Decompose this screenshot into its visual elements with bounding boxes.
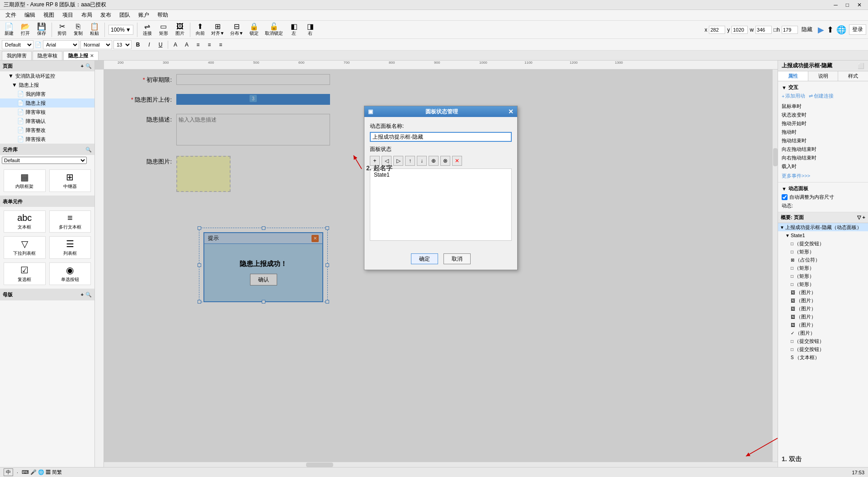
image-btn[interactable]: 🖼图片: [173, 22, 187, 37]
share-btn[interactable]: 🌐: [836, 25, 846, 35]
tree-item-report[interactable]: 📄 隐患上报: [0, 98, 94, 108]
outline-item-submit-btn[interactable]: □ （提交按钮）: [778, 239, 868, 248]
outline-item-img4[interactable]: 🖼 （图片）: [778, 313, 868, 321]
pages-header[interactable]: 页面 + 🔍: [0, 61, 94, 71]
event-drag[interactable]: 拖动时: [782, 128, 864, 136]
tree-item-hazard[interactable]: ▼ 隐患上报: [0, 80, 94, 89]
w-input[interactable]: [755, 26, 772, 34]
new-btn[interactable]: 📄新建: [2, 22, 16, 37]
tree-item-my-fault[interactable]: 📄 我的障害: [0, 89, 94, 98]
outline-item-img6[interactable]: ✓ （图片）: [778, 329, 868, 337]
create-link-link[interactable]: ⇌ 创建连接: [809, 93, 834, 99]
tab-close-icon[interactable]: ✕: [90, 53, 94, 58]
underline-btn[interactable]: U: [156, 40, 165, 49]
open-btn[interactable]: 📂打开: [18, 22, 33, 37]
page-select[interactable]: Default: [2, 40, 33, 49]
dialog-cancel-btn[interactable]: 取消: [443, 253, 471, 264]
dialog-close-icon[interactable]: ✕: [508, 108, 514, 115]
outline-item-rect1[interactable]: □ （矩形）: [778, 248, 868, 256]
align-left-btn[interactable]: ≡: [193, 40, 203, 49]
master-add-icon[interactable]: +: [81, 292, 84, 298]
copy-btn[interactable]: ⎘复制: [71, 22, 85, 37]
event-mouse-click[interactable]: 鼠标单时: [782, 102, 864, 111]
publish-btn[interactable]: ⬆: [827, 25, 834, 35]
scrollbar-v-thumb[interactable]: [773, 148, 778, 166]
left-btn[interactable]: ◧左: [287, 22, 301, 37]
align-center-btn[interactable]: ≡: [204, 40, 214, 49]
align-right-btn[interactable]: ≡: [216, 40, 226, 49]
outline-add-icon[interactable]: +: [863, 215, 865, 220]
menu-account[interactable]: 账户: [135, 10, 153, 20]
right-btn[interactable]: ◨右: [303, 22, 317, 37]
event-drag-start[interactable]: 拖动开始时: [782, 119, 864, 128]
interaction-title[interactable]: ▼ 交互: [782, 84, 864, 91]
outline-item-textbox[interactable]: S （文本框）: [778, 353, 868, 361]
comp-textbox[interactable]: abc 文本框: [4, 210, 46, 233]
tab-style[interactable]: 样式: [838, 71, 868, 81]
master-header[interactable]: 母版 + 🔍: [0, 289, 94, 300]
component-header[interactable]: 元件库 🔍: [0, 144, 94, 155]
outline-item-submit2[interactable]: □ （提交按钮）: [778, 337, 868, 345]
lock-btn[interactable]: 🔒锁定: [247, 22, 261, 37]
menu-project[interactable]: 项目: [59, 10, 77, 20]
dynamic-panel-title[interactable]: ▼ 动态面板: [782, 185, 864, 192]
x-input[interactable]: [709, 26, 725, 34]
close-btn[interactable]: ✕: [854, 2, 864, 8]
font-select[interactable]: Arial: [43, 40, 79, 49]
tree-item-security[interactable]: ▼ 安消防及动环监控: [0, 71, 94, 80]
event-state-change[interactable]: 状态改变时: [782, 111, 864, 119]
tab-properties[interactable]: 属性: [778, 71, 808, 81]
outline-item-state1[interactable]: ▼ State1: [778, 231, 868, 239]
outline-item-img1[interactable]: 🖼 （图片）: [778, 288, 868, 296]
tree-item-fix[interactable]: 📄 障害整改: [0, 126, 94, 135]
comp-checkbox[interactable]: ☑ 复选框: [4, 262, 46, 285]
paste-btn[interactable]: 📋粘贴: [87, 22, 102, 37]
y-input[interactable]: [731, 26, 748, 34]
outline-item-rect4[interactable]: □ （矩形）: [778, 280, 868, 288]
form-header[interactable]: 表单元件: [0, 196, 94, 207]
menu-file[interactable]: 文件: [2, 10, 20, 20]
preview-btn[interactable]: ▶: [818, 25, 824, 35]
font-color-btn[interactable]: A: [170, 40, 180, 49]
menu-help[interactable]: 帮助: [154, 10, 172, 20]
maximize-btn[interactable]: □: [843, 2, 852, 8]
menu-publish[interactable]: 发布: [97, 10, 115, 20]
comp-inline-frame[interactable]: ▦ 内联框架: [4, 169, 46, 192]
menu-edit[interactable]: 编辑: [21, 10, 39, 20]
event-drag-right[interactable]: 向右拖动结束时: [782, 154, 864, 162]
bg-color-btn[interactable]: A: [182, 40, 192, 49]
style-select[interactable]: Normal: [80, 40, 112, 49]
tree-item-confirm[interactable]: 📄 障害确认: [0, 117, 94, 126]
comp-textarea[interactable]: ≡ 多行文本框: [49, 210, 91, 233]
dialog-name-input[interactable]: [370, 132, 512, 142]
auto-adjust-checkbox[interactable]: [782, 194, 788, 200]
page-add-icon[interactable]: +: [81, 63, 84, 69]
h-input[interactable]: [782, 26, 798, 34]
italic-btn[interactable]: I: [144, 40, 154, 49]
add-action-link[interactable]: + 添加用动: [782, 93, 805, 99]
outline-item-rect2[interactable]: □ （矩形）: [778, 264, 868, 272]
dialog-state-list[interactable]: State1: [370, 168, 512, 241]
shape-btn[interactable]: ▭矩形: [156, 22, 171, 37]
save-btn[interactable]: 💾保存: [34, 22, 49, 37]
outline-item-rect3[interactable]: □ （矩形）: [778, 272, 868, 280]
dialog-confirm-btn[interactable]: 确定: [411, 253, 438, 264]
scrollbar-h-thumb[interactable]: [306, 463, 333, 467]
align-btn[interactable]: ⊞对齐▼: [209, 22, 226, 37]
menu-layout[interactable]: 布局: [78, 10, 96, 20]
outline-item-img3[interactable]: 🖼 （图片）: [778, 304, 868, 313]
event-drag-left[interactable]: 向左拖动结束时: [782, 145, 864, 154]
login-btn[interactable]: 登录: [849, 24, 866, 35]
window-controls[interactable]: ─ □ ✕: [831, 2, 864, 8]
state-delete-btn[interactable]: ✕: [452, 156, 462, 166]
cut-btn[interactable]: ✂剪切: [55, 22, 69, 37]
outline-item-img5[interactable]: 🖼 （图片）: [778, 321, 868, 329]
tab-description[interactable]: 说明: [808, 71, 839, 81]
more-events-link[interactable]: 更多事件>>>: [782, 173, 810, 178]
menu-team[interactable]: 团队: [116, 10, 134, 20]
event-load[interactable]: 载入时: [782, 162, 864, 171]
scrollbar-vertical[interactable]: [772, 70, 778, 462]
component-search-icon[interactable]: 🔍: [85, 147, 92, 153]
master-search-icon[interactable]: 🔍: [85, 292, 92, 298]
connect-btn[interactable]: ⇌连接: [140, 22, 155, 37]
